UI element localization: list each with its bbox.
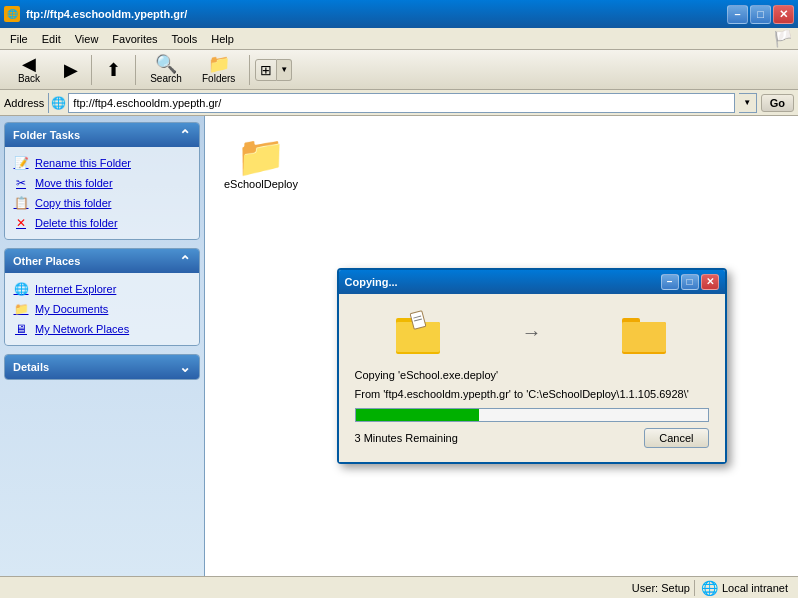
up-icon: ⬆ bbox=[106, 61, 121, 79]
back-button[interactable]: ◀ Back bbox=[4, 52, 54, 87]
dialog-close-button[interactable]: ✕ bbox=[701, 274, 719, 290]
views-button[interactable]: ⊞ bbox=[255, 59, 277, 81]
network-status-item: 🌐 Local intranet bbox=[694, 580, 794, 596]
details-collapse-icon: ⌄ bbox=[179, 359, 191, 375]
right-panel: 📁 eSchoolDeploy Copying... – □ ✕ bbox=[205, 116, 798, 576]
copying-dialog: Copying... – □ ✕ bbox=[337, 268, 727, 465]
go-button[interactable]: Go bbox=[761, 94, 794, 112]
user-status-text: User: Setup bbox=[632, 582, 690, 594]
folder-tasks-section: Folder Tasks ⌃ 📝 Rename this Folder ✂ Mo… bbox=[4, 122, 200, 240]
details-title: Details bbox=[13, 361, 49, 373]
menu-bar: File Edit View Favorites Tools Help 🏳️ bbox=[0, 28, 798, 50]
my-documents-icon: 📁 bbox=[13, 301, 29, 317]
progress-bar-fill bbox=[356, 409, 479, 421]
menu-view[interactable]: View bbox=[69, 31, 105, 47]
move-folder-label: Move this folder bbox=[35, 177, 113, 189]
other-places-body: 🌐 Internet Explorer 📁 My Documents 🖥 My … bbox=[5, 273, 199, 345]
back-icon: ◀ bbox=[22, 55, 36, 73]
windows-flag-icon: 🏳️ bbox=[772, 28, 794, 50]
delete-icon: ✕ bbox=[13, 215, 29, 231]
delete-folder-item[interactable]: ✕ Delete this folder bbox=[9, 213, 195, 233]
internet-explorer-icon: 🌐 bbox=[13, 281, 29, 297]
dialog-icons: → bbox=[355, 308, 709, 358]
window-title: ftp://ftp4.eschooldm.ypepth.gr/ bbox=[26, 8, 187, 20]
close-button[interactable]: ✕ bbox=[773, 5, 794, 24]
my-documents-item[interactable]: 📁 My Documents bbox=[9, 299, 195, 319]
up-button[interactable]: ⬆ bbox=[97, 58, 130, 82]
menu-favorites[interactable]: Favorites bbox=[106, 31, 163, 47]
copy-folder-item[interactable]: 📋 Copy this folder bbox=[9, 193, 195, 213]
status-bar: User: Setup 🌐 Local intranet bbox=[0, 576, 798, 598]
title-bar: 🌐 ftp://ftp4.eschooldm.ypepth.gr/ – □ ✕ bbox=[0, 0, 798, 28]
app-icon: 🌐 bbox=[4, 6, 20, 22]
copy-folder-label: Copy this folder bbox=[35, 197, 111, 209]
network-status-icon: 🌐 bbox=[701, 580, 718, 596]
dialog-overlay: Copying... – □ ✕ bbox=[205, 116, 798, 576]
forward-icon: ▶ bbox=[64, 61, 78, 79]
address-bar: Address 🌐 ▼ Go bbox=[0, 90, 798, 116]
left-panel: Folder Tasks ⌃ 📝 Rename this Folder ✂ Mo… bbox=[0, 116, 205, 576]
address-input-wrap: 🌐 bbox=[48, 93, 734, 113]
menu-edit[interactable]: Edit bbox=[36, 31, 67, 47]
dialog-maximize-button[interactable]: □ bbox=[681, 274, 699, 290]
move-icon: ✂ bbox=[13, 175, 29, 191]
source-folder-icon bbox=[394, 308, 444, 358]
title-bar-left: 🌐 ftp://ftp4.eschooldm.ypepth.gr/ bbox=[4, 6, 187, 22]
internet-explorer-item[interactable]: 🌐 Internet Explorer bbox=[9, 279, 195, 299]
details-header[interactable]: Details ⌄ bbox=[5, 355, 199, 379]
other-places-header[interactable]: Other Places ⌃ bbox=[5, 249, 199, 273]
my-documents-label: My Documents bbox=[35, 303, 108, 315]
delete-folder-label: Delete this folder bbox=[35, 217, 118, 229]
network-status-text: Local intranet bbox=[722, 582, 788, 594]
search-label: Search bbox=[150, 73, 182, 84]
dialog-footer: 3 Minutes Remaining Cancel bbox=[355, 428, 709, 448]
copy-arrow-icon: → bbox=[522, 321, 542, 344]
back-label: Back bbox=[18, 73, 40, 84]
dialog-title: Copying... bbox=[345, 276, 398, 288]
folder-tasks-body: 📝 Rename this Folder ✂ Move this folder … bbox=[5, 147, 199, 239]
dialog-body: → Copying 'eSchool.exe.deploy' From 'ftp… bbox=[339, 294, 725, 463]
copying-path-text: From 'ftp4.eschooldm.ypepth.gr' to 'C:\e… bbox=[355, 387, 709, 402]
progress-bar bbox=[355, 408, 709, 422]
address-label: Address bbox=[4, 97, 44, 109]
dialog-minimize-button[interactable]: – bbox=[661, 274, 679, 290]
search-button[interactable]: 🔍 Search bbox=[141, 52, 191, 87]
source-folder-svg bbox=[394, 308, 444, 358]
folder-tasks-title: Folder Tasks bbox=[13, 129, 80, 141]
copying-filename-text: Copying 'eSchool.exe.deploy' bbox=[355, 368, 709, 383]
rename-icon: 📝 bbox=[13, 155, 29, 171]
folder-tasks-collapse-icon: ⌃ bbox=[179, 127, 191, 143]
toolbar-separator-2 bbox=[135, 55, 136, 85]
my-network-places-icon: 🖥 bbox=[13, 321, 29, 337]
search-icon: 🔍 bbox=[155, 55, 177, 73]
address-dropdown-button[interactable]: ▼ bbox=[739, 93, 757, 113]
folder-tasks-header[interactable]: Folder Tasks ⌃ bbox=[5, 123, 199, 147]
title-bar-buttons: – □ ✕ bbox=[727, 5, 794, 24]
my-network-places-item[interactable]: 🖥 My Network Places bbox=[9, 319, 195, 339]
dest-folder-svg bbox=[620, 308, 670, 358]
minimize-button[interactable]: – bbox=[727, 5, 748, 24]
menu-file[interactable]: File bbox=[4, 31, 34, 47]
cancel-button[interactable]: Cancel bbox=[644, 428, 708, 448]
views-dropdown-button[interactable]: ▼ bbox=[277, 59, 292, 81]
forward-button[interactable]: ▶ bbox=[56, 58, 86, 82]
other-places-title: Other Places bbox=[13, 255, 80, 267]
address-input[interactable] bbox=[69, 97, 733, 109]
maximize-button[interactable]: □ bbox=[750, 5, 771, 24]
dialog-title-bar: Copying... – □ ✕ bbox=[339, 270, 725, 294]
dialog-title-buttons: – □ ✕ bbox=[661, 274, 719, 290]
toolbar: ◀ Back ▶ ⬆ 🔍 Search 📁 Folders ⊞ ▼ bbox=[0, 50, 798, 90]
move-folder-item[interactable]: ✂ Move this folder bbox=[9, 173, 195, 193]
other-places-collapse-icon: ⌃ bbox=[179, 253, 191, 269]
other-places-section: Other Places ⌃ 🌐 Internet Explorer 📁 My … bbox=[4, 248, 200, 346]
menu-help[interactable]: Help bbox=[205, 31, 240, 47]
folders-button[interactable]: 📁 Folders bbox=[193, 52, 244, 87]
svg-rect-8 bbox=[622, 322, 666, 352]
folders-icon: 📁 bbox=[208, 55, 230, 73]
menu-tools[interactable]: Tools bbox=[166, 31, 204, 47]
rename-folder-item[interactable]: 📝 Rename this Folder bbox=[9, 153, 195, 173]
views-icon: ⊞ bbox=[260, 62, 272, 78]
my-network-places-label: My Network Places bbox=[35, 323, 129, 335]
destination-folder-icon bbox=[620, 308, 670, 358]
folders-label: Folders bbox=[202, 73, 235, 84]
